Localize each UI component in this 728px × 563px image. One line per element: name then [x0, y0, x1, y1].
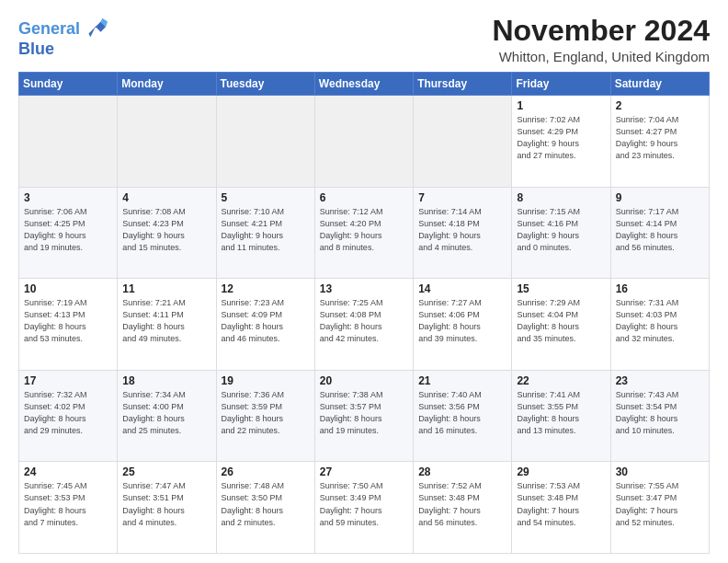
- day-number: 26: [222, 465, 310, 478]
- day-number: 17: [24, 374, 112, 387]
- day-number: 14: [418, 282, 506, 295]
- calendar-cell: 28Sunrise: 7:52 AM Sunset: 3:48 PM Dayli…: [414, 462, 512, 554]
- day-info: Sunrise: 7:12 AM Sunset: 4:20 PM Dayligh…: [320, 206, 408, 254]
- calendar-cell: 17Sunrise: 7:32 AM Sunset: 4:02 PM Dayli…: [19, 370, 118, 462]
- calendar-cell: [414, 96, 512, 188]
- day-number: 28: [418, 465, 506, 478]
- calendar-cell: 9Sunrise: 7:17 AM Sunset: 4:14 PM Daylig…: [610, 187, 709, 279]
- calendar-cell: 8Sunrise: 7:15 AM Sunset: 4:16 PM Daylig…: [512, 187, 610, 279]
- calendar-cell: 23Sunrise: 7:43 AM Sunset: 3:54 PM Dayli…: [610, 370, 709, 462]
- calendar-cell: [118, 96, 216, 188]
- calendar-cell: 24Sunrise: 7:45 AM Sunset: 3:53 PM Dayli…: [19, 462, 118, 554]
- day-info: Sunrise: 7:08 AM Sunset: 4:23 PM Dayligh…: [122, 206, 210, 254]
- day-info: Sunrise: 7:34 AM Sunset: 4:00 PM Dayligh…: [122, 389, 210, 437]
- day-number: 19: [222, 374, 310, 387]
- header-wednesday: Wednesday: [314, 73, 413, 96]
- calendar-table: Sunday Monday Tuesday Wednesday Thursday…: [18, 72, 710, 554]
- day-info: Sunrise: 7:10 AM Sunset: 4:21 PM Dayligh…: [222, 206, 310, 254]
- calendar-cell: 15Sunrise: 7:29 AM Sunset: 4:04 PM Dayli…: [512, 279, 610, 371]
- day-info: Sunrise: 7:45 AM Sunset: 3:53 PM Dayligh…: [24, 480, 112, 528]
- day-number: 1: [517, 99, 605, 112]
- header-friday: Friday: [512, 73, 610, 96]
- calendar-cell: 18Sunrise: 7:34 AM Sunset: 4:00 PM Dayli…: [118, 370, 216, 462]
- day-number: 20: [320, 374, 408, 387]
- day-number: 29: [517, 465, 605, 478]
- calendar-cell: [19, 96, 118, 188]
- calendar-cell: 30Sunrise: 7:55 AM Sunset: 3:47 PM Dayli…: [610, 462, 709, 554]
- header-saturday: Saturday: [610, 73, 709, 96]
- day-info: Sunrise: 7:53 AM Sunset: 3:48 PM Dayligh…: [517, 480, 605, 528]
- calendar-cell: 11Sunrise: 7:21 AM Sunset: 4:11 PM Dayli…: [118, 279, 216, 371]
- calendar-week-row: 17Sunrise: 7:32 AM Sunset: 4:02 PM Dayli…: [19, 370, 710, 462]
- day-info: Sunrise: 7:23 AM Sunset: 4:09 PM Dayligh…: [222, 297, 310, 345]
- day-info: Sunrise: 7:14 AM Sunset: 4:18 PM Dayligh…: [418, 206, 506, 254]
- day-number: 4: [122, 191, 210, 204]
- day-info: Sunrise: 7:47 AM Sunset: 3:51 PM Dayligh…: [122, 480, 210, 528]
- day-info: Sunrise: 7:32 AM Sunset: 4:02 PM Dayligh…: [24, 389, 112, 437]
- day-number: 7: [418, 191, 506, 204]
- logo-icon: [82, 15, 108, 40]
- day-number: 8: [517, 191, 605, 204]
- day-number: 27: [320, 465, 408, 478]
- calendar-cell: 27Sunrise: 7:50 AM Sunset: 3:49 PM Dayli…: [314, 462, 413, 554]
- day-number: 13: [320, 282, 408, 295]
- calendar-week-row: 10Sunrise: 7:19 AM Sunset: 4:13 PM Dayli…: [19, 279, 710, 371]
- logo-text2: Blue: [18, 40, 108, 59]
- calendar-cell: 25Sunrise: 7:47 AM Sunset: 3:51 PM Dayli…: [118, 462, 216, 554]
- day-info: Sunrise: 7:17 AM Sunset: 4:14 PM Dayligh…: [616, 206, 704, 254]
- calendar-cell: 12Sunrise: 7:23 AM Sunset: 4:09 PM Dayli…: [216, 279, 314, 371]
- page: General Blue November 2024 Whitton, Engl…: [0, 0, 728, 563]
- calendar-cell: 19Sunrise: 7:36 AM Sunset: 3:59 PM Dayli…: [216, 370, 314, 462]
- day-info: Sunrise: 7:19 AM Sunset: 4:13 PM Dayligh…: [24, 297, 112, 345]
- day-info: Sunrise: 7:06 AM Sunset: 4:25 PM Dayligh…: [24, 206, 112, 254]
- logo: General Blue: [18, 18, 108, 59]
- day-info: Sunrise: 7:02 AM Sunset: 4:29 PM Dayligh…: [517, 114, 605, 162]
- day-number: 23: [616, 374, 704, 387]
- day-info: Sunrise: 7:21 AM Sunset: 4:11 PM Dayligh…: [122, 297, 210, 345]
- calendar-cell: 7Sunrise: 7:14 AM Sunset: 4:18 PM Daylig…: [414, 187, 512, 279]
- day-info: Sunrise: 7:38 AM Sunset: 3:57 PM Dayligh…: [320, 389, 408, 437]
- calendar-week-row: 3Sunrise: 7:06 AM Sunset: 4:25 PM Daylig…: [19, 187, 710, 279]
- calendar-cell: [314, 96, 413, 188]
- calendar-cell: 22Sunrise: 7:41 AM Sunset: 3:55 PM Dayli…: [512, 370, 610, 462]
- header-tuesday: Tuesday: [216, 73, 314, 96]
- calendar-cell: 13Sunrise: 7:25 AM Sunset: 4:08 PM Dayli…: [314, 279, 413, 371]
- calendar-week-row: 24Sunrise: 7:45 AM Sunset: 3:53 PM Dayli…: [19, 462, 710, 554]
- day-info: Sunrise: 7:43 AM Sunset: 3:54 PM Dayligh…: [616, 389, 704, 437]
- calendar-cell: 2Sunrise: 7:04 AM Sunset: 4:27 PM Daylig…: [610, 96, 709, 188]
- day-info: Sunrise: 7:50 AM Sunset: 3:49 PM Dayligh…: [320, 480, 408, 528]
- day-info: Sunrise: 7:41 AM Sunset: 3:55 PM Dayligh…: [517, 389, 605, 437]
- day-info: Sunrise: 7:29 AM Sunset: 4:04 PM Dayligh…: [517, 297, 605, 345]
- day-info: Sunrise: 7:31 AM Sunset: 4:03 PM Dayligh…: [616, 297, 704, 345]
- calendar-cell: 14Sunrise: 7:27 AM Sunset: 4:06 PM Dayli…: [414, 279, 512, 371]
- day-number: 15: [517, 282, 605, 295]
- day-number: 6: [320, 191, 408, 204]
- calendar-cell: 21Sunrise: 7:40 AM Sunset: 3:56 PM Dayli…: [414, 370, 512, 462]
- calendar-cell: 3Sunrise: 7:06 AM Sunset: 4:25 PM Daylig…: [19, 187, 118, 279]
- day-number: 9: [616, 191, 704, 204]
- calendar-cell: [216, 96, 314, 188]
- day-number: 11: [122, 282, 210, 295]
- calendar-cell: 6Sunrise: 7:12 AM Sunset: 4:20 PM Daylig…: [314, 187, 413, 279]
- header: General Blue November 2024 Whitton, Engl…: [18, 15, 710, 64]
- calendar-cell: 26Sunrise: 7:48 AM Sunset: 3:50 PM Dayli…: [216, 462, 314, 554]
- day-info: Sunrise: 7:55 AM Sunset: 3:47 PM Dayligh…: [616, 480, 704, 528]
- month-title: November 2024: [492, 15, 710, 47]
- calendar-cell: 29Sunrise: 7:53 AM Sunset: 3:48 PM Dayli…: [512, 462, 610, 554]
- day-info: Sunrise: 7:40 AM Sunset: 3:56 PM Dayligh…: [418, 389, 506, 437]
- calendar-cell: 1Sunrise: 7:02 AM Sunset: 4:29 PM Daylig…: [512, 96, 610, 188]
- day-number: 5: [222, 191, 310, 204]
- day-number: 16: [616, 282, 704, 295]
- day-number: 12: [222, 282, 310, 295]
- calendar-cell: 16Sunrise: 7:31 AM Sunset: 4:03 PM Dayli…: [610, 279, 709, 371]
- day-number: 2: [616, 99, 704, 112]
- title-block: November 2024 Whitton, England, United K…: [492, 15, 710, 64]
- header-monday: Monday: [118, 73, 216, 96]
- day-number: 21: [418, 374, 506, 387]
- header-sunday: Sunday: [19, 73, 118, 96]
- day-info: Sunrise: 7:15 AM Sunset: 4:16 PM Dayligh…: [517, 206, 605, 254]
- day-info: Sunrise: 7:04 AM Sunset: 4:27 PM Dayligh…: [616, 114, 704, 162]
- day-info: Sunrise: 7:52 AM Sunset: 3:48 PM Dayligh…: [418, 480, 506, 528]
- calendar-cell: 5Sunrise: 7:10 AM Sunset: 4:21 PM Daylig…: [216, 187, 314, 279]
- calendar-header-row: Sunday Monday Tuesday Wednesday Thursday…: [19, 73, 710, 96]
